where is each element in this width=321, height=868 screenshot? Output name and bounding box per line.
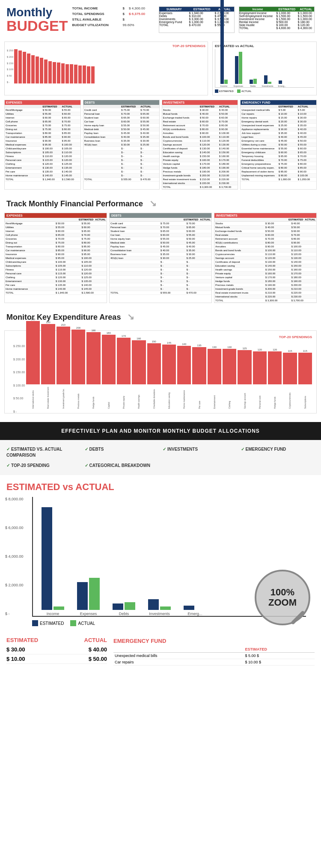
track-row: $ - $ - bbox=[110, 268, 211, 272]
data-row: Funeral deductibles $ 70.00 $ 75.00 bbox=[241, 158, 316, 162]
ef-row: Unexpected medical bills$ 5.00 $ bbox=[113, 653, 315, 659]
data-row: Venture capital $ 170.00 $ 180.00 bbox=[162, 162, 238, 166]
ev-title: ESTIMATED vs ACTUAL bbox=[6, 482, 315, 493]
data-row: Real estate $ 60.00 $ 70.00 bbox=[162, 120, 238, 124]
income-col-act: ACTUAL bbox=[298, 7, 314, 12]
big-bar-rect bbox=[102, 335, 116, 384]
summary-col-est: ESTIMATED bbox=[189, 7, 215, 12]
data-row: TOTAL $ 555.00 $ 470.00 bbox=[83, 178, 159, 181]
big-bar-label: Investment grade bo. bbox=[62, 385, 65, 409]
ev-est-bar bbox=[279, 80, 282, 84]
data-row: $ - $ - bbox=[83, 151, 159, 155]
ev-large-bar-label: Income bbox=[47, 612, 59, 616]
investments-header: INVESTMENTS bbox=[162, 100, 238, 105]
big-bar-item: 220 Real estate investment bbox=[41, 321, 55, 409]
data-row: Emergency vet care $ 45.00 $ 50.00 bbox=[241, 139, 316, 143]
big-bar-value: 120 bbox=[258, 348, 262, 351]
big-bar-rect bbox=[208, 349, 221, 384]
track-row: Utilities $ 55.00 $ 60.00 bbox=[5, 226, 107, 229]
income-row: TOTAL$ 4,600.00$ 4,300.00 bbox=[239, 27, 314, 30]
ev-large-bar-group: Expenses bbox=[77, 578, 100, 616]
data-row: $ - $ - bbox=[83, 170, 159, 174]
data-row: Stocks $ 30.00 $ 40.00 bbox=[162, 108, 238, 112]
track-row: Stocks $ 30.00 $ 40.00 bbox=[214, 222, 316, 226]
expenses-act-col: ACTUAL bbox=[61, 105, 80, 108]
budget-utilization-value: 99.60% bbox=[123, 23, 149, 27]
data-row: Student loan $ 65.00 $ 60.00 bbox=[83, 116, 159, 120]
bar-item bbox=[61, 63, 65, 83]
ev-y-label: $ 4,000.00 bbox=[5, 554, 24, 559]
big-bar-rect bbox=[268, 351, 282, 384]
income-row: Employment Income$ 1,000.00$ 1,000.00 bbox=[239, 12, 314, 15]
big-bar-value: 180 bbox=[107, 332, 111, 334]
big-bar-label: Education saving bbox=[168, 385, 170, 409]
track-row: Groceries $ 70.00 $ 75.00 bbox=[5, 237, 107, 241]
emergency-est-col: ESTIMATED bbox=[278, 105, 297, 108]
ev-bar-label: Income bbox=[217, 85, 230, 87]
track-section: EXPENSES ESTIMATED ACTUAL Rent/Mortgage … bbox=[0, 211, 321, 305]
ev-y-label: $ 6,000.00 bbox=[5, 526, 24, 530]
big-y-label: $ 150.00 bbox=[13, 371, 25, 374]
track-row: Car loan $ 60.00 $ 55.00 bbox=[110, 233, 211, 237]
data-row: Unplanned moving expenses $ 90.00 $ 100.… bbox=[241, 174, 316, 178]
features-grid: ✓ESTIMATED VS. ACTUAL COMPARISON✓DEBTS✓I… bbox=[0, 440, 321, 475]
ev-large-est-bar bbox=[148, 599, 159, 610]
big-bar-label: Entertainment bbox=[213, 385, 216, 409]
big-bar-item: 130 Entertainment bbox=[208, 346, 221, 409]
big-bar-item: 190 Hedge funds bbox=[86, 329, 100, 409]
big-bar-value: 200 bbox=[76, 327, 80, 329]
big-bar-label: Capital bbox=[107, 385, 110, 409]
bottom-act-col: ACTUAL bbox=[84, 637, 107, 643]
expenses-est-col: ESTIMATED bbox=[42, 105, 61, 108]
data-row: $ - $ - bbox=[83, 174, 159, 178]
data-row: Subscriptions $ 105.00 $ 110.00 bbox=[5, 151, 80, 155]
track-row: Bonds and bond funds $ 100.00 $ 110.00 bbox=[214, 249, 316, 253]
y-label-2: $ 200 bbox=[7, 56, 13, 58]
ev-act-bar bbox=[268, 82, 271, 84]
big-bar-label: Subscriptions bbox=[304, 385, 306, 409]
bar-item bbox=[31, 55, 35, 83]
track-row: Cryptocurrencies $ 110.00 $ 120.00 bbox=[214, 253, 316, 256]
track-expenses-block: EXPENSES ESTIMATED ACTUAL Rent/Mortgage … bbox=[4, 213, 107, 303]
track-row: $ - $ - bbox=[110, 276, 211, 279]
bar-item bbox=[48, 61, 52, 83]
big-bar-item: 140 Home maintenance bbox=[177, 343, 191, 409]
bar-item bbox=[36, 56, 39, 83]
big-bar-rect bbox=[56, 327, 70, 384]
data-row: Cell phone $ 65.00 $ 70.00 bbox=[5, 120, 80, 124]
data-row: Mutual funds $ 40.00 $ 50.00 bbox=[162, 112, 238, 116]
y-label-4: $ 100 bbox=[7, 68, 13, 71]
data-row: Certificates of deposit $ 130.00 $ 140.0… bbox=[162, 147, 238, 151]
big-bar-rect bbox=[223, 349, 236, 384]
track-row: Certificates of deposit $ 130.00 $ 140.0… bbox=[214, 260, 316, 264]
track-row: International stocks $ 220.00 $ 230.00 bbox=[214, 295, 316, 299]
track-row: $ - $ - bbox=[110, 283, 211, 287]
data-row: Critical home security expen. $ 80.00 $ … bbox=[241, 166, 316, 170]
ev-large-bar-label: Investments bbox=[149, 612, 170, 616]
ev-y-label: $ 2,000.00 bbox=[5, 583, 24, 587]
track-row: Precious metals $ 190.00 $ 200.00 bbox=[214, 283, 316, 287]
data-row: Personal care $ 115.00 $ 120.00 bbox=[5, 158, 80, 162]
big-bar-item: 170 Private equity bbox=[117, 335, 131, 409]
ev-y-label: $ - bbox=[5, 612, 24, 616]
big-bar-item: 115 Subscriptions bbox=[298, 350, 312, 409]
ev-legend-actual: ACTUAL bbox=[237, 89, 252, 93]
y-label-6: $ - bbox=[7, 81, 13, 83]
big-bar-rect bbox=[26, 321, 40, 384]
income-row: Rental Income$ 500.00$ 180.00 bbox=[239, 21, 314, 24]
big-y-label: $ - bbox=[13, 410, 25, 413]
track-row: Subscriptions $ 105.00 $ 110.00 bbox=[5, 264, 107, 268]
big-bar-label: Hedge funds bbox=[92, 385, 95, 409]
ev-large-act-bar bbox=[54, 606, 64, 610]
income-row: Side Hustle$ 100.00$ 120.00 bbox=[239, 24, 314, 27]
track-row: Retirement account $ 70.00 $ 80.00 bbox=[214, 237, 316, 241]
bar-item bbox=[18, 51, 22, 83]
ev-legend-actual-large: ACTUAL bbox=[70, 620, 95, 626]
check-icon: ✓ bbox=[85, 447, 88, 452]
track-row: Venture capital $ 170.00 $ 180.00 bbox=[214, 276, 316, 279]
bar-item bbox=[91, 66, 95, 83]
bottom-left-row: $ 10.00$ 50.00 bbox=[6, 654, 107, 664]
bottom-left: ESTIMATED ACTUAL $ 30.00$ 40.00$ 10.00$ … bbox=[6, 637, 107, 666]
data-row: Exchange-traded funds $ 50.00 $ 60.00 bbox=[162, 116, 238, 120]
track-row: Personal care $ 115.00 $ 120.00 bbox=[5, 272, 107, 276]
